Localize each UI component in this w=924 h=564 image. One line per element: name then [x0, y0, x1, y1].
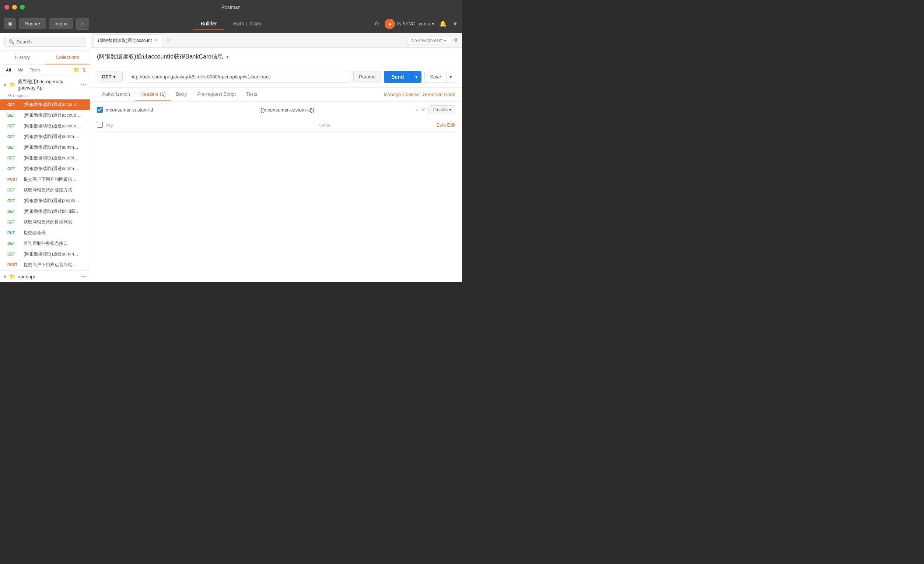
request-item[interactable]: GET (网银数据读取)通过peopleId获得people信息 — [0, 196, 90, 206]
collection-name-jigu: 坚果信用bdc-openapi-gateway Api — [18, 78, 77, 91]
import-button[interactable]: Import — [49, 18, 74, 29]
request-name: (网银数据读取)通过accountId查询个人银行卡信... — [24, 123, 81, 129]
sync-label: IN SYNC — [397, 21, 415, 27]
request-item[interactable]: GET (网银数据读取)通过summaryId获得BankCard列... — [0, 142, 90, 153]
request-item[interactable]: POST 提交商户下用户运营商爬取任务 — [0, 260, 90, 270]
presets-button[interactable]: Presets ▾ — [429, 105, 455, 114]
method-badge-get: GET — [8, 156, 21, 160]
send-button[interactable]: Send — [384, 71, 411, 83]
header-checkbox-new[interactable] — [97, 122, 103, 128]
request-tabs-bar: (网银数据读取)通过account ✕ + No environment ▾ 👁 — [90, 33, 462, 48]
method-select[interactable]: GET ▾ — [97, 71, 123, 82]
heart-icon[interactable]: ♥ — [452, 19, 459, 29]
tab-tests[interactable]: Tests — [241, 88, 262, 101]
request-item[interactable]: PUT 提交验证码 — [0, 227, 90, 238]
method-badge-get: GET — [8, 103, 21, 107]
filter-team-button[interactable]: Team — [28, 67, 42, 73]
traffic-lights — [4, 5, 25, 10]
bulk-edit-link[interactable]: Bulk Edit — [436, 122, 455, 128]
save-button[interactable]: Save — [424, 71, 447, 83]
request-item[interactable]: GET (网银数据读取)通过accountId查询账户信息 — [0, 110, 90, 121]
collection-header-jigu[interactable]: ▶ 📁 坚果信用bdc-openapi-gateway Api ••• — [0, 75, 90, 94]
tabs-right: No environment ▾ 👁 — [407, 36, 459, 45]
request-name: 提交验证码 — [24, 230, 46, 236]
sort-icon[interactable]: ⇅ — [82, 67, 86, 73]
add-tab-button[interactable]: + — [164, 36, 172, 44]
maximize-button[interactable] — [20, 5, 25, 10]
chevron-down-icon: ▾ — [432, 21, 434, 27]
minimize-button[interactable] — [12, 5, 17, 10]
tab-body[interactable]: Body — [171, 88, 192, 101]
runner-button[interactable]: Runner — [19, 18, 46, 29]
tab-history[interactable]: History — [0, 51, 45, 64]
collection-header-openapi[interactable]: ▶ 📁 openapi ••• — [0, 271, 90, 282]
chevron-down-icon: ▾ — [444, 38, 446, 43]
collection-more-openapi[interactable]: ••• — [81, 274, 86, 280]
request-item[interactable]: GET 获取网银支持的登陆方式 — [0, 185, 90, 196]
titlebar: Postman — [0, 0, 462, 14]
panel-tabs: History Collections — [0, 51, 90, 65]
user-dropdown[interactable]: yanlu ▾ — [418, 21, 434, 27]
request-item[interactable]: GET 查询爬取任务状态接口 — [0, 238, 90, 249]
settings-icon[interactable]: ⚙ — [373, 19, 381, 29]
filter-me-button[interactable]: Me — [15, 67, 26, 73]
generate-code-link[interactable]: Generate Code — [423, 92, 455, 97]
collection-count-jigu: 68 requests — [0, 94, 90, 99]
request-item[interactable]: GET (网银数据读取)通过summaryId获得BankBill列... — [0, 132, 90, 142]
filter-bar: All Me Team 📁 ⇅ — [0, 65, 90, 75]
new-collection-icon[interactable]: 📁 — [74, 67, 80, 73]
request-item[interactable]: GET (网银数据读取)通过billId获得BankShoppingRec... — [0, 206, 90, 217]
request-item[interactable]: POST 提交商户下用户的网银信息抓取任务 — [0, 174, 90, 185]
chevron-right-icon-openapi: ▶ — [4, 274, 7, 279]
request-item[interactable]: GET (网银数据读取)通过summaryId获得BankBillSu... — [0, 163, 90, 174]
header-key: x-consumer-custom-id — [106, 107, 258, 113]
url-input[interactable] — [126, 71, 350, 83]
sidebar-toggle-button[interactable]: ▣ — [4, 18, 16, 29]
request-name: (网银数据读取)通过summaryId获得银行账单摘... — [24, 251, 81, 257]
save-dropdown-button[interactable]: ▾ — [447, 71, 455, 83]
header-row: x-consumer-custom-id {{x-consumer-custom… — [97, 102, 455, 118]
right-panel: (网银数据读取)通过account ✕ + No environment ▾ 👁… — [90, 33, 462, 282]
title-dropdown-icon[interactable]: ▾ — [226, 54, 229, 60]
search-input[interactable] — [16, 39, 81, 45]
tab-authorization[interactable]: Authorization — [97, 88, 135, 101]
request-name: (网银数据读取)通过billId获得BankShoppingRec... — [24, 208, 81, 215]
request-name: (网银数据读取)通过peopleId获得people信息 — [24, 198, 81, 204]
tab-builder[interactable]: Builder — [194, 18, 224, 30]
header-delete-icon[interactable]: ✕ — [421, 107, 426, 113]
header-menu-icon[interactable]: ≡ — [415, 107, 418, 113]
tab-headers[interactable]: Headers (1) — [135, 88, 171, 101]
new-tab-button[interactable]: ＋ — [76, 18, 89, 30]
close-button[interactable] — [4, 5, 9, 10]
request-item[interactable]: GET (网银数据读取)通过summaryId获得银行账单摘... — [0, 249, 90, 260]
send-dropdown-button[interactable]: ▾ — [411, 71, 422, 83]
filter-all-button[interactable]: All — [4, 67, 13, 73]
tab-collections[interactable]: Collections — [45, 51, 90, 64]
params-button[interactable]: Params — [353, 71, 381, 82]
request-name: (网银数据读取)通过cardId获得BankCard信息 — [24, 155, 81, 161]
method-badge-get: GET — [8, 124, 21, 128]
presets-label: Presets — [432, 107, 448, 112]
notifications-icon[interactable]: 🔔 — [438, 19, 448, 29]
method-badge-get: GET — [8, 252, 21, 256]
request-name: (网银数据读取)通过accountId查询账户信息 — [24, 112, 81, 118]
request-tab-active[interactable]: (网银数据读取)通过account ✕ — [93, 34, 162, 47]
request-item[interactable]: GET (网银数据读取)通过cardId获得BankCard信息 — [0, 153, 90, 163]
method-badge-get: GET — [8, 114, 21, 117]
method-badge-get: GET — [8, 199, 21, 203]
tab-team-library[interactable]: Team Library — [224, 18, 268, 30]
eye-icon[interactable]: 👁 — [453, 37, 459, 44]
request-item[interactable]: GET (网银数据读取)通过accountId获得BankCard信息 — [0, 99, 90, 110]
request-item[interactable]: GET (网银数据读取)通过accountId查询个人银行卡信... — [0, 121, 90, 132]
method-dropdown-icon: ▾ — [113, 74, 116, 79]
presets-dropdown-icon: ▾ — [449, 107, 452, 112]
request-item[interactable]: GET 获取网银支持的目标列表 — [0, 217, 90, 227]
manage-cookies-link[interactable]: Manage Cookies — [384, 92, 420, 97]
tab-pre-request-script[interactable]: Pre-request Script — [192, 88, 241, 101]
header-checkbox[interactable] — [97, 107, 103, 113]
value-placeholder: value — [319, 122, 330, 128]
tab-close-icon[interactable]: ✕ — [154, 38, 158, 43]
collection-more-jigu[interactable]: ••• — [81, 82, 86, 88]
header-actions: ≡ ✕ — [415, 107, 426, 113]
environment-select[interactable]: No environment ▾ — [407, 36, 450, 45]
